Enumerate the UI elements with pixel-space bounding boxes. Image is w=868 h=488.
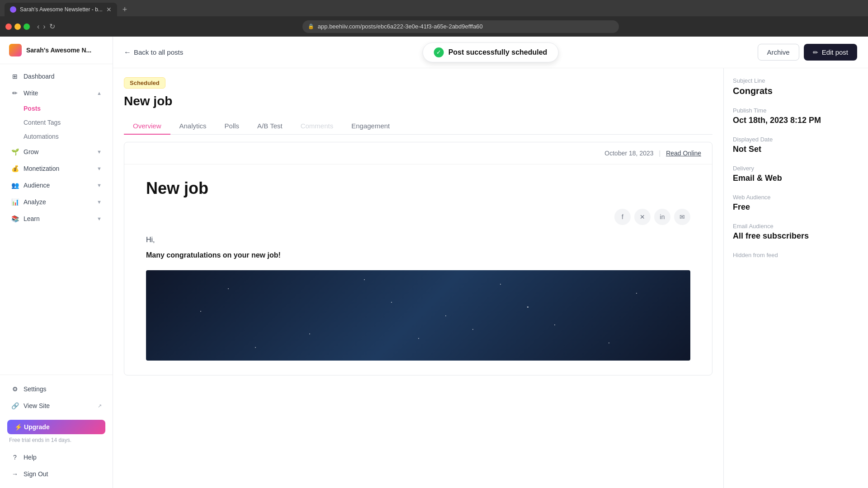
sidebar-item-analyze[interactable]: 📊 Analyze ▼ <box>4 194 109 210</box>
sidebar-item-view-site[interactable]: 🔗 View Site ↗ <box>4 398 109 414</box>
tab-close-icon[interactable]: ✕ <box>106 6 112 13</box>
tab-ab-test[interactable]: A/B Test <box>248 117 292 134</box>
sidebar-item-dashboard[interactable]: ⊞ Dashboard <box>4 68 109 84</box>
upgrade-button[interactable]: ⚡ Upgrade <box>7 420 105 434</box>
top-bar: ← Back to all posts ✓ Post successfully … <box>113 37 868 68</box>
chevron-down-icon: ▼ <box>97 183 102 188</box>
window-minimize-button[interactable] <box>14 23 21 30</box>
publish-time-section: Publish Time Oct 18th, 2023 8:12 PM <box>733 107 859 125</box>
reload-button[interactable]: ↻ <box>49 22 55 31</box>
edit-post-button[interactable]: ✏ Edit post <box>804 44 857 61</box>
sidebar-item-posts[interactable]: Posts <box>4 102 109 115</box>
web-audience-value: Free <box>733 202 859 212</box>
trial-text: Free trial ends in 14 days. <box>7 437 105 443</box>
preview-content: New job f ✕ in ✉ Hi, Many congratulation… <box>124 164 712 375</box>
status-badge: Scheduled <box>124 77 165 89</box>
window-controls <box>5 23 30 30</box>
read-online-link[interactable]: Read Online <box>666 150 701 157</box>
chevron-down-icon: ▼ <box>97 149 102 155</box>
delivery-section: Delivery Email & Web <box>733 165 859 183</box>
top-bar-actions: Archive ✏ Edit post <box>758 44 857 61</box>
email-audience-section: Email Audience All free subscribers <box>733 223 859 241</box>
sidebar-item-label: Help <box>24 454 102 461</box>
email-audience-label: Email Audience <box>733 223 859 230</box>
external-link-icon: 🔗 <box>11 402 19 410</box>
window-close-button[interactable] <box>5 23 12 30</box>
write-icon: ✏ <box>11 89 19 97</box>
sidebar-bottom: ⚙ Settings 🔗 View Site ↗ ⚡ Upgrade Free … <box>0 375 113 488</box>
hidden-from-feed-section: Hidden from feed <box>733 252 859 258</box>
post-preview: October 18, 2023 | Read Online New job f… <box>124 142 712 375</box>
chevron-down-icon: ▼ <box>97 216 102 221</box>
sidebar-item-write[interactable]: ✏ Write ▲ <box>4 85 109 101</box>
address-bar[interactable]: 🔒 app.beehiiv.com/posts/ebc6a222-3e0e-41… <box>302 20 619 33</box>
toast-message: Post successfully scheduled <box>448 48 547 56</box>
archive-button[interactable]: Archive <box>758 44 799 61</box>
logo-text: Sarah's Awesome N... <box>26 47 91 54</box>
sidebar-item-settings[interactable]: ⚙ Settings <box>4 381 109 397</box>
preview-greeting: Hi, <box>146 236 690 244</box>
delivery-label: Delivery <box>733 165 859 172</box>
sidebar-item-label: Dashboard <box>24 73 102 80</box>
post-title: New job <box>124 94 712 108</box>
email-share-icon[interactable]: ✉ <box>674 209 690 225</box>
pencil-icon: ✏ <box>813 49 818 56</box>
monetization-icon: 💰 <box>11 164 19 173</box>
post-area: Scheduled New job Overview Analytics Pol… <box>113 68 868 488</box>
sidebar-item-label: View Site <box>24 402 93 409</box>
forward-button[interactable]: › <box>43 23 45 31</box>
nav-controls: ‹ › ↻ <box>37 22 55 31</box>
tab-overview[interactable]: Overview <box>124 117 170 134</box>
main-content: ← Back to all posts ✓ Post successfully … <box>113 37 868 488</box>
sidebar-item-content-tags[interactable]: Content Tags <box>4 116 109 129</box>
tab-comments: Comments <box>292 117 343 134</box>
success-toast: ✓ Post successfully scheduled <box>423 42 559 62</box>
audience-icon: 👥 <box>11 181 19 189</box>
chevron-down-icon: ▼ <box>97 166 102 171</box>
tab-analytics[interactable]: Analytics <box>170 117 216 134</box>
back-button[interactable]: ‹ <box>37 23 39 31</box>
sidebar-item-help[interactable]: ? Help <box>4 449 109 465</box>
url-text: app.beehiiv.com/posts/ebc6a222-3e0e-41f3… <box>318 23 483 30</box>
preview-image <box>146 270 690 361</box>
social-share-icons: f ✕ in ✉ <box>146 209 690 225</box>
stars-decoration <box>146 270 690 361</box>
back-to-posts-link[interactable]: ← Back to all posts <box>124 48 183 56</box>
settings-icon: ⚙ <box>11 385 19 393</box>
sidebar-item-label: Grow <box>24 148 92 155</box>
sidebar-item-audience[interactable]: 👥 Audience ▼ <box>4 177 109 193</box>
upgrade-section: ⚡ Upgrade Free trial ends in 14 days. <box>0 414 113 449</box>
new-tab-button[interactable]: + <box>119 3 131 16</box>
preview-header: October 18, 2023 | Read Online <box>124 142 712 164</box>
tab-polls[interactable]: Polls <box>216 117 249 134</box>
success-check-icon: ✓ <box>434 47 444 57</box>
subject-line-section: Subject Line Congrats <box>733 77 859 96</box>
displayed-date-section: Displayed Date Not Set <box>733 136 859 154</box>
tab-engagement[interactable]: Engagement <box>342 117 399 134</box>
facebook-icon[interactable]: f <box>614 209 631 225</box>
sidebar-item-grow[interactable]: 🌱 Grow ▼ <box>4 144 109 160</box>
sidebar: Sarah's Awesome N... ⊞ Dashboard ✏ Write… <box>0 37 113 488</box>
sidebar-item-learn[interactable]: 📚 Learn ▼ <box>4 211 109 227</box>
sidebar-item-monetization[interactable]: 💰 Monetization ▼ <box>4 160 109 177</box>
delivery-value: Email & Web <box>733 174 859 183</box>
lock-icon: 🔒 <box>308 23 314 29</box>
sidebar-item-automations[interactable]: Automations <box>4 130 109 143</box>
browser-tab[interactable]: Sarah's Awesome Newsletter - b... ✕ <box>5 3 117 16</box>
sidebar-item-signout[interactable]: → Sign Out <box>4 466 109 482</box>
twitter-x-icon[interactable]: ✕ <box>634 209 651 225</box>
preview-title: New job <box>146 179 690 198</box>
publish-time-value: Oct 18th, 2023 8:12 PM <box>733 116 859 125</box>
linkedin-icon[interactable]: in <box>654 209 670 225</box>
sidebar-item-label: Audience <box>24 182 92 189</box>
publish-time-label: Publish Time <box>733 107 859 114</box>
separator: | <box>659 150 661 157</box>
subject-line-label: Subject Line <box>733 77 859 84</box>
sidebar-item-label: Monetization <box>24 165 92 172</box>
window-maximize-button[interactable] <box>24 23 30 30</box>
tab-favicon <box>10 6 16 13</box>
sidebar-item-label: Learn <box>24 215 92 222</box>
sidebar-logo: Sarah's Awesome N... <box>0 37 113 64</box>
logo-icon <box>9 44 22 56</box>
web-audience-label: Web Audience <box>733 194 859 201</box>
